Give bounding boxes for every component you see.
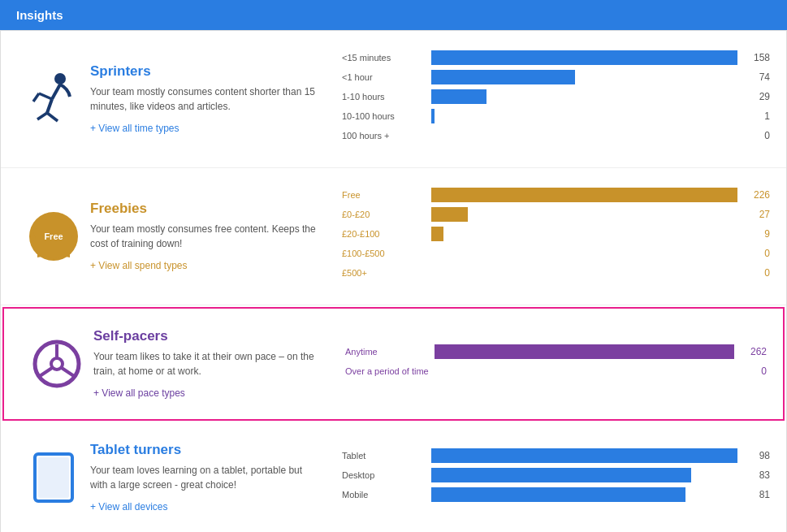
bar-track	[435, 344, 734, 359]
bar-label: Free	[342, 190, 431, 200]
freebies-bars: Free 226 £0-£20 27 £20-£100 9	[334, 188, 770, 285]
bar-row: Desktop 83	[342, 468, 770, 482]
sprinters-description: Your team mostly consumes content shorte…	[90, 84, 318, 114]
bar-row: Over a period of time 0	[345, 364, 767, 378]
bar-track	[431, 448, 737, 463]
bar-value: 0	[746, 248, 770, 259]
bar-value: 9	[746, 228, 770, 240]
bar-label: <1 hour	[342, 72, 431, 82]
free-badge-icon: Free	[29, 212, 78, 261]
svg-line-4	[47, 99, 52, 113]
bar-row: Free 226	[342, 188, 770, 202]
svg-line-6	[47, 113, 58, 121]
freebies-title: Freebies	[90, 201, 318, 217]
freebies-icon-area: Free	[17, 212, 90, 261]
tablet-turners-row: Tablet turners Your team loves learning …	[1, 422, 786, 532]
svg-line-5	[37, 113, 47, 119]
svg-text:Free: Free	[44, 231, 63, 241]
bar-fill	[431, 448, 737, 463]
self-pacers-icon-area	[20, 340, 93, 388]
bar-fill	[431, 207, 468, 222]
sprinters-icon-area	[17, 71, 90, 128]
bar-label: £500+	[342, 268, 431, 278]
bar-value: 0	[746, 130, 770, 141]
bar-label: £100-£500	[342, 249, 431, 258]
bar-fill	[431, 109, 435, 123]
bar-row: 10-100 hours 1	[342, 109, 770, 123]
header-title: Insights	[16, 8, 63, 22]
self-pacers-link[interactable]: + View all pace types	[93, 387, 185, 399]
bar-value: 74	[746, 71, 770, 83]
bar-value: 262	[742, 346, 767, 357]
bar-track	[431, 266, 737, 280]
bar-fill	[431, 188, 737, 202]
svg-line-2	[39, 93, 52, 99]
bar-fill	[431, 487, 685, 502]
bar-label: £20-£100	[342, 229, 431, 239]
sprinters-info: Sprinters Your team mostly consumes cont…	[90, 63, 334, 135]
bar-value: 27	[746, 209, 770, 220]
bar-row: £500+ 0	[342, 266, 770, 280]
tablet-turners-info: Tablet turners Your team loves learning …	[90, 442, 334, 513]
bar-track	[431, 468, 737, 482]
bar-label: 100 hours +	[342, 131, 431, 141]
bar-track	[431, 50, 737, 65]
bar-fill	[431, 227, 443, 241]
tablet-turners-description: Your team loves learning on a tablet, po…	[90, 463, 318, 492]
bar-row: <1 hour 74	[342, 70, 770, 84]
bar-label: Desktop	[342, 470, 431, 480]
bar-value: 1	[746, 110, 770, 122]
svg-line-1	[52, 84, 60, 99]
bar-row: 100 hours + 0	[342, 128, 770, 143]
steering-wheel-icon	[32, 340, 81, 388]
bar-value: 0	[742, 365, 767, 377]
bar-track	[435, 364, 734, 378]
bar-value: 98	[746, 450, 770, 461]
sprinters-row: Sprinters Your team mostly consumes cont…	[1, 31, 786, 168]
sprinter-icon	[29, 71, 78, 128]
bar-fill	[431, 89, 486, 104]
tablet-turners-link[interactable]: + View all devices	[90, 501, 168, 513]
bar-fill	[431, 70, 575, 84]
bar-label: Mobile	[342, 490, 431, 500]
bar-label: <15 minutes	[342, 53, 431, 63]
self-pacers-row: Self-pacers Your team likes to take it a…	[2, 307, 785, 421]
freebies-link[interactable]: + View all spend types	[90, 260, 188, 271]
bar-track	[431, 89, 737, 104]
self-pacers-bars: Anytime 262 Over a period of time 0	[337, 344, 767, 383]
bar-value: 0	[746, 267, 770, 279]
bar-row: £0-£20 27	[342, 207, 770, 222]
tablet-turners-icon-area	[17, 452, 90, 503]
bar-label: £0-£20	[342, 210, 431, 219]
bar-row: 1-10 hours 29	[342, 89, 770, 104]
bar-row: £20-£100 9	[342, 227, 770, 241]
freebies-row: Free Freebies Your team mostly consumes …	[1, 168, 786, 305]
self-pacers-description: Your team likes to take it at their own …	[93, 349, 321, 378]
sprinters-link[interactable]: + View all time types	[90, 123, 179, 134]
svg-point-10	[51, 358, 63, 370]
bar-row: Tablet 98	[342, 448, 770, 463]
tablet-screen	[38, 457, 69, 498]
bar-track	[431, 207, 737, 222]
sprinters-bars: <15 minutes 158 <1 hour 74 1-10 hours 29	[334, 50, 770, 148]
bar-value: 29	[746, 91, 770, 102]
self-pacers-info: Self-pacers Your team likes to take it a…	[93, 328, 337, 400]
sprinters-title: Sprinters	[90, 63, 318, 80]
bar-row: Mobile 81	[342, 487, 770, 502]
bar-track	[431, 109, 737, 123]
self-pacers-title: Self-pacers	[93, 328, 321, 344]
insights-content: Sprinters Your team mostly consumes cont…	[0, 30, 787, 532]
bar-row: Anytime 262	[345, 344, 767, 359]
tablet-turners-bars: Tablet 98 Desktop 83 Mobile 81	[334, 448, 770, 507]
bar-value: 83	[746, 469, 770, 481]
svg-point-0	[54, 73, 66, 84]
svg-line-12	[62, 368, 74, 376]
svg-line-3	[33, 93, 39, 102]
bar-fill	[431, 468, 691, 482]
free-badge-svg: Free	[29, 212, 78, 261]
bar-track	[431, 227, 737, 241]
bar-value: 81	[746, 489, 770, 500]
page-header: Insights	[0, 0, 787, 30]
bar-label: 10-100 hours	[342, 111, 431, 121]
bar-value: 226	[746, 189, 770, 201]
